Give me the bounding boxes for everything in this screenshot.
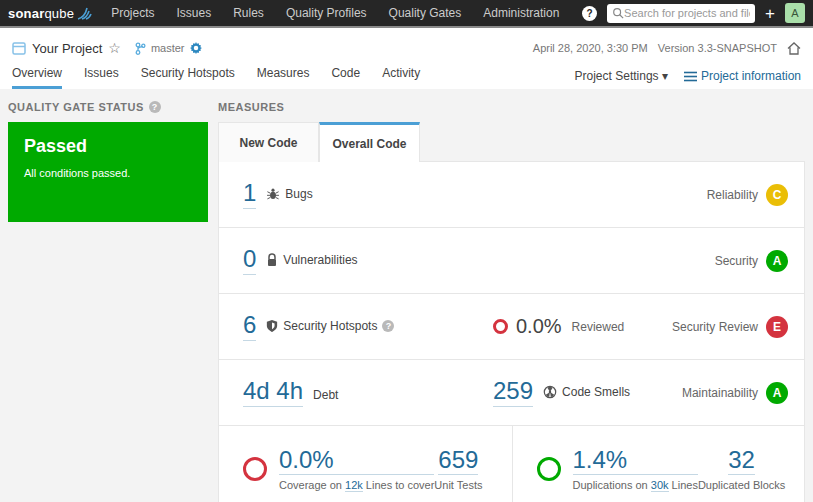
lines-to-cover-link[interactable]: 12k — [345, 479, 363, 492]
coverage-caption: Coverage on 12k Lines to cover — [279, 479, 434, 491]
duplicated-blocks-label: Duplicated Blocks — [698, 479, 785, 491]
measures-card: 1 Bugs Reliability C 0 — [218, 161, 805, 502]
tab-measures[interactable]: Measures — [257, 66, 310, 89]
tab-new-code[interactable]: New Code — [218, 122, 319, 162]
hotspots-metric: 6 Security Hotspots ? — [243, 312, 493, 340]
navbar-menu: Projects Issues Rules Quality Profiles Q… — [111, 6, 582, 20]
maintainability-rating-badge[interactable]: A — [766, 382, 788, 404]
bugs-metric: 1 Bugs — [243, 180, 493, 208]
logo-wave-icon — [77, 6, 93, 20]
nav-item-rules[interactable]: Rules — [233, 6, 264, 20]
nav-item-projects[interactable]: Projects — [111, 6, 154, 20]
reviewed-percentage: 0.0% — [516, 315, 562, 338]
duplicated-blocks-count-link[interactable]: 32 — [728, 447, 755, 475]
tab-overall-code[interactable]: Overall Code — [319, 122, 420, 162]
branch-selector[interactable]: master — [135, 42, 202, 55]
hotspots-help-icon[interactable]: ? — [382, 320, 394, 332]
reviewed-label: Reviewed — [572, 320, 625, 334]
bugs-count-link[interactable]: 1 — [243, 180, 256, 208]
coverage-ring-icon — [243, 457, 267, 481]
reliability-rating-badge[interactable]: C — [766, 184, 788, 206]
navbar-right: ? + A — [582, 3, 805, 23]
coverage-section: 0.0% Coverage on 12k Lines to cover 659 … — [219, 426, 512, 502]
project-title: Your Project — [32, 41, 102, 56]
reviewed-ring-icon — [493, 319, 508, 334]
tab-activity[interactable]: Activity — [382, 66, 420, 89]
nav-item-quality-gates[interactable]: Quality Gates — [389, 6, 462, 20]
project-tabs: Overview Issues Security Hotspots Measur… — [12, 66, 420, 89]
security-rating-group: Security A — [715, 250, 788, 272]
home-icon[interactable] — [787, 42, 801, 55]
duplications-main: 1.4% Duplications on 30k Lines — [537, 447, 698, 491]
tab-code[interactable]: Code — [331, 66, 360, 89]
quality-gate-help-icon[interactable]: ? — [149, 101, 161, 113]
duplication-lines-link[interactable]: 30k — [651, 479, 669, 492]
measure-row-coverage-duplications: 0.0% Coverage on 12k Lines to cover 659 … — [219, 426, 804, 502]
quality-gate-detail: All conditions passed. — [24, 167, 192, 179]
project-icon — [12, 42, 26, 55]
tab-overview[interactable]: Overview — [12, 66, 62, 89]
security-review-label: Security Review — [672, 320, 758, 334]
debt-metric: 4d 4h Debt — [243, 378, 493, 406]
quality-gate-status-box: Passed All conditions passed. — [8, 122, 208, 222]
unit-tests-metric: 659 Unit Tests — [434, 447, 482, 491]
reliability-label: Reliability — [707, 188, 758, 202]
tab-issues[interactable]: Issues — [84, 66, 119, 89]
debt-label: Debt — [313, 388, 338, 402]
favorite-star-icon[interactable]: ☆ — [108, 40, 121, 56]
security-review-rating-group: Security Review E — [672, 316, 788, 338]
coverage-percentage-link[interactable]: 0.0% — [279, 447, 434, 475]
hotspots-reviewed-group: 0.0% Reviewed — [493, 315, 672, 338]
code-smells-count-link[interactable]: 259 — [493, 378, 533, 406]
maintainability-label: Maintainability — [682, 386, 758, 400]
code-smell-icon — [543, 385, 557, 399]
security-review-rating-badge[interactable]: E — [766, 316, 788, 338]
measures-panel: MEASURES New Code Overall Code 1 Bugs — [218, 99, 805, 502]
duplicated-blocks-metric: 32 Duplicated Blocks — [698, 447, 785, 491]
duplications-section: 1.4% Duplications on 30k Lines 32 Duplic… — [512, 426, 805, 502]
bug-icon — [266, 187, 280, 201]
security-label: Security — [715, 254, 758, 268]
duplications-percentage-link[interactable]: 1.4% — [573, 447, 698, 475]
quality-gate-panel: QUALITY GATE STATUS ? Passed All conditi… — [8, 99, 208, 502]
tab-security-hotspots[interactable]: Security Hotspots — [141, 66, 235, 89]
security-rating-badge[interactable]: A — [766, 250, 788, 272]
top-navbar: sonarqube Projects Issues Rules Quality … — [0, 0, 813, 28]
nav-item-quality-profiles[interactable]: Quality Profiles — [286, 6, 367, 20]
hotspots-label: Security Hotspots ? — [266, 319, 394, 333]
project-tab-bar: Overview Issues Security Hotspots Measur… — [12, 66, 801, 89]
user-avatar[interactable]: A — [785, 3, 805, 23]
vulnerabilities-metric: 0 Vulnerabilities — [243, 246, 493, 274]
unit-tests-count-link[interactable]: 659 — [438, 447, 478, 475]
vulnerabilities-count-link[interactable]: 0 — [243, 246, 256, 274]
project-information-link[interactable]: Project information — [684, 69, 801, 83]
measure-row-security-hotspots: 6 Security Hotspots ? 0.0% Reviewed — [219, 294, 804, 360]
list-icon — [684, 71, 697, 82]
code-smells-metric: 259 Code Smells — [493, 378, 682, 406]
project-header: Your Project ☆ master April 28, 2020, 3:… — [0, 28, 813, 89]
search-input[interactable] — [624, 7, 750, 19]
debt-value-link[interactable]: 4d 4h — [243, 378, 303, 406]
measures-label: MEASURES — [218, 99, 805, 115]
unit-tests-label: Unit Tests — [434, 479, 482, 491]
project-tab-actions: Project Settings ▾ Project information — [575, 69, 801, 89]
measure-row-vulnerabilities: 0 Vulnerabilities Security A — [219, 228, 804, 294]
nav-item-administration[interactable]: Administration — [483, 6, 559, 20]
hotspots-count-link[interactable]: 6 — [243, 312, 256, 340]
branch-settings-gear-icon[interactable] — [190, 42, 202, 54]
global-search[interactable] — [607, 4, 755, 23]
nav-item-issues[interactable]: Issues — [177, 6, 212, 20]
analysis-date: April 28, 2020, 3:30 PM — [533, 42, 648, 54]
project-settings-dropdown[interactable]: Project Settings ▾ — [575, 69, 668, 83]
maintainability-rating-group: Maintainability A — [682, 382, 788, 404]
project-meta: April 28, 2020, 3:30 PM Version 3.3-SNAP… — [533, 42, 801, 55]
quality-gate-label: QUALITY GATE STATUS ? — [8, 99, 208, 115]
project-title-row: Your Project ☆ master April 28, 2020, 3:… — [12, 36, 801, 60]
measure-row-bugs: 1 Bugs Reliability C — [219, 162, 804, 228]
lock-icon — [266, 253, 278, 267]
sonarqube-logo[interactable]: sonarqube — [8, 6, 93, 21]
overview-content: QUALITY GATE STATUS ? Passed All conditi… — [0, 89, 813, 502]
add-icon[interactable]: + — [765, 5, 775, 22]
help-icon[interactable]: ? — [582, 6, 597, 21]
bugs-label: Bugs — [266, 187, 312, 201]
